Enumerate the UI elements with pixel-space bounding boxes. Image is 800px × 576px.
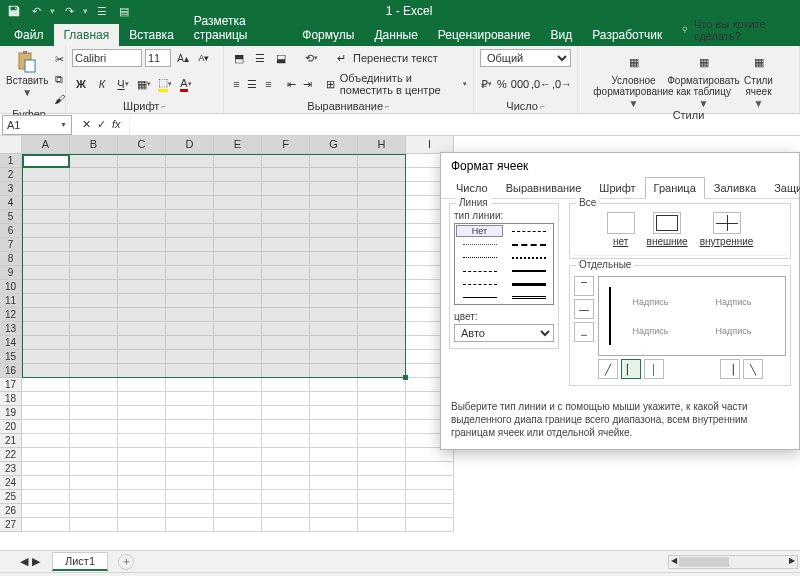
row-header[interactable]: 21 <box>0 434 22 448</box>
row-header[interactable]: 18 <box>0 392 22 406</box>
select-all-corner[interactable] <box>0 136 22 154</box>
row-header[interactable]: 5 <box>0 210 22 224</box>
border-diag-down-button[interactable]: ╲ <box>743 359 763 379</box>
row-header[interactable]: 10 <box>0 280 22 294</box>
col-header[interactable]: C <box>118 136 166 154</box>
underline-icon[interactable]: Ч▾ <box>114 75 132 93</box>
accounting-icon[interactable]: ₽▾ <box>480 75 493 93</box>
border-bottom-button[interactable]: ⎽ <box>574 322 594 342</box>
font-size-combo[interactable] <box>145 49 171 67</box>
border-top-button[interactable]: ⎺ <box>574 276 594 296</box>
align-middle-icon[interactable]: ☰ <box>251 49 269 67</box>
touch-icon[interactable]: ☰ <box>94 3 110 19</box>
font-name-combo[interactable] <box>72 49 142 67</box>
scroll-left-icon[interactable]: ◀ <box>671 556 677 565</box>
row-header[interactable]: 1 <box>0 154 22 168</box>
increase-font-icon[interactable]: A▴ <box>174 49 192 67</box>
row-header[interactable]: 26 <box>0 504 22 518</box>
row-header[interactable]: 23 <box>0 462 22 476</box>
tab-view[interactable]: Вид <box>541 24 583 46</box>
orientation-icon[interactable]: ⟲▾ <box>302 49 320 67</box>
dialog-tab-fill[interactable]: Заливка <box>705 177 765 199</box>
tab-review[interactable]: Рецензирование <box>428 24 541 46</box>
row-header[interactable]: 9 <box>0 266 22 280</box>
merge-icon[interactable]: ⊞ <box>324 75 337 93</box>
save-icon[interactable] <box>6 3 22 19</box>
border-hmid-button[interactable]: ― <box>574 299 594 319</box>
row-header[interactable]: 7 <box>0 238 22 252</box>
decrease-font-icon[interactable]: A▾ <box>195 49 213 67</box>
row-header[interactable]: 17 <box>0 378 22 392</box>
wrap-text-label[interactable]: Перенести текст <box>353 52 438 64</box>
row-header[interactable]: 11 <box>0 294 22 308</box>
preset-outline-button[interactable]: внешние <box>647 212 688 247</box>
redo-icon[interactable]: ↷ <box>61 3 77 19</box>
border-left-button[interactable]: ▏ <box>621 359 641 379</box>
align-bottom-icon[interactable]: ⬓ <box>272 49 290 67</box>
new-sheet-button[interactable]: ＋ <box>118 554 134 570</box>
merge-label[interactable]: Объединить и поместить в центре <box>340 72 460 96</box>
dialog-tab-number[interactable]: Число <box>447 177 497 199</box>
dialog-tab-border[interactable]: Граница <box>645 177 705 199</box>
row-header[interactable]: 12 <box>0 308 22 322</box>
tab-file[interactable]: Файл <box>4 24 54 46</box>
col-header[interactable]: A <box>22 136 70 154</box>
sheet-nav-prev-icon[interactable]: ◀ <box>20 555 28 568</box>
row-header[interactable]: 3 <box>0 182 22 196</box>
row-header[interactable]: 15 <box>0 350 22 364</box>
row-header[interactable]: 19 <box>0 406 22 420</box>
format-as-table-button[interactable]: ▦Форматировать как таблицу▼ <box>673 48 735 109</box>
align-right-icon[interactable]: ≡ <box>262 75 275 93</box>
undo-icon[interactable]: ↶ <box>28 3 44 19</box>
col-header[interactable]: G <box>310 136 358 154</box>
tab-layout[interactable]: Разметка страницы <box>184 10 292 46</box>
borders-icon[interactable]: ▦▾ <box>135 75 153 93</box>
line-style-list[interactable]: Нет <box>454 223 554 305</box>
decrease-decimal-icon[interactable]: ,0→ <box>553 75 571 93</box>
horizontal-scrollbar[interactable]: ◀▶ <box>668 555 798 569</box>
row-header[interactable]: 16 <box>0 364 22 378</box>
percent-icon[interactable]: % <box>496 75 508 93</box>
dialog-tab-align[interactable]: Выравнивание <box>497 177 591 199</box>
border-preview[interactable]: Надпись Надпись Надпись Надпись <box>598 276 786 356</box>
row-header[interactable]: 20 <box>0 420 22 434</box>
border-diag-up-button[interactable]: ╱ <box>598 359 618 379</box>
name-box[interactable]: A1▼ <box>2 115 72 135</box>
border-right-button[interactable]: ▕ <box>720 359 740 379</box>
tab-formulas[interactable]: Формулы <box>292 24 364 46</box>
row-header[interactable]: 2 <box>0 168 22 182</box>
cells[interactable] <box>22 154 454 532</box>
col-header[interactable]: F <box>262 136 310 154</box>
tab-data[interactable]: Данные <box>364 24 427 46</box>
conditional-formatting-button[interactable]: ▦Условное форматирование▼ <box>599 48 669 109</box>
tell-me[interactable]: Что вы хотите сделать? <box>672 14 800 46</box>
decrease-indent-icon[interactable]: ⇤ <box>285 75 298 93</box>
comma-icon[interactable]: 000 <box>511 75 529 93</box>
sheet-nav-next-icon[interactable]: ▶ <box>32 555 40 568</box>
row-header[interactable]: 22 <box>0 448 22 462</box>
col-header[interactable]: H <box>358 136 406 154</box>
qat-more-icon[interactable]: ▤ <box>116 3 132 19</box>
align-top-icon[interactable]: ⬒ <box>230 49 248 67</box>
preset-none-button[interactable]: нет <box>607 212 635 247</box>
col-header[interactable]: E <box>214 136 262 154</box>
line-color-combo[interactable]: Авто <box>454 324 554 342</box>
row-header[interactable]: 4 <box>0 196 22 210</box>
bold-icon[interactable]: Ж <box>72 75 90 93</box>
enter-icon[interactable]: ✓ <box>97 118 106 131</box>
border-vmid-button[interactable]: │ <box>644 359 664 379</box>
sheet-tab[interactable]: Лист1 <box>52 552 108 571</box>
scroll-right-icon[interactable]: ▶ <box>789 556 795 565</box>
fill-color-icon[interactable]: ⬚▾ <box>156 75 174 93</box>
row-header[interactable]: 13 <box>0 322 22 336</box>
col-header[interactable]: D <box>166 136 214 154</box>
row-header[interactable]: 14 <box>0 336 22 350</box>
italic-icon[interactable]: К <box>93 75 111 93</box>
paste-button[interactable]: Вставить ▼ <box>6 48 48 108</box>
col-header[interactable]: B <box>70 136 118 154</box>
number-format-combo[interactable]: Общий <box>480 49 571 67</box>
row-header[interactable]: 27 <box>0 518 22 532</box>
row-header[interactable]: 25 <box>0 490 22 504</box>
font-color-icon[interactable]: A▾ <box>177 75 195 93</box>
preset-inside-button[interactable]: внутренние <box>700 212 754 247</box>
